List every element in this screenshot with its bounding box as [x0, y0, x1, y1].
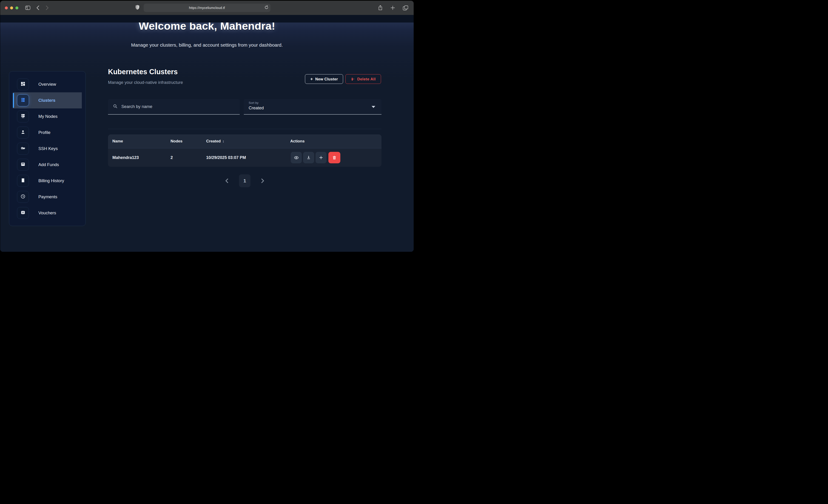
column-header-nodes: Nodes	[170, 139, 182, 143]
next-page-button[interactable]	[261, 178, 264, 183]
sidebar-toggle-icon[interactable]	[25, 6, 30, 10]
browser-toolbar: https://myceliumcloud.tf	[0, 1, 414, 15]
sidebar-item-label: Profile	[38, 130, 50, 135]
sort-arrows-icon: ↕	[222, 139, 224, 143]
sidebar-item-payments[interactable]: Payments	[13, 189, 82, 205]
plus-icon	[319, 155, 323, 160]
sidebar-item-label: SSH Keys	[38, 146, 58, 151]
welcome-heading: Welcome back, Mahendra!	[0, 23, 414, 32]
sidebar-item-vouchers[interactable]: Vouchers	[13, 205, 82, 221]
cluster-nodes-cell: 2	[170, 155, 173, 160]
search-input[interactable]	[121, 104, 223, 109]
column-header-actions: Actions	[290, 139, 304, 143]
search-box[interactable]	[108, 99, 240, 115]
active-accent-bar	[13, 93, 14, 108]
sort-selected-value: Created	[249, 106, 381, 111]
privacy-shield-icon[interactable]	[135, 5, 139, 11]
clusters-table: Name Nodes Created↕ Actions Mahendra123 …	[108, 134, 381, 167]
new-cluster-button[interactable]: + New Cluster	[305, 74, 343, 84]
column-header-name: Name	[112, 139, 123, 143]
column-header-created[interactable]: Created↕	[206, 139, 224, 143]
download-kubeconfig-button[interactable]	[303, 152, 314, 163]
welcome-subtitle: Manage your clusters, billing, and accou…	[0, 42, 414, 48]
dashboard-icon	[20, 81, 26, 87]
pagination: 1	[108, 174, 381, 187]
sidebar-item-overview[interactable]: Overview	[13, 76, 82, 92]
receipt-icon	[20, 178, 26, 184]
chevron-right-icon	[261, 178, 264, 183]
delete-all-button[interactable]: Delete All	[345, 74, 381, 84]
chevron-left-icon	[225, 178, 228, 183]
eye-icon	[294, 155, 299, 160]
share-icon[interactable]	[378, 5, 383, 10]
sidebar-item-profile[interactable]: Profile	[13, 125, 82, 140]
sidebar-item-label: Billing History	[38, 178, 64, 183]
cluster-name-cell: Mahendra123	[112, 155, 139, 160]
ticket-icon	[20, 210, 26, 216]
back-button[interactable]	[36, 5, 39, 10]
sidebar-item-clusters[interactable]: Clusters	[13, 92, 82, 109]
sidebar-item-label: My Nodes	[38, 114, 57, 119]
sidebar-item-label: Clusters	[38, 98, 55, 103]
plus-icon: +	[310, 77, 313, 82]
delete-cluster-button[interactable]	[328, 152, 340, 163]
download-icon	[306, 155, 311, 160]
page-number-button[interactable]: 1	[239, 174, 250, 187]
search-icon	[113, 104, 118, 110]
trash-sweep-icon	[351, 77, 355, 81]
address-bar[interactable]: https://myceliumcloud.tf	[143, 4, 271, 12]
url-text: https://myceliumcloud.tf	[189, 6, 225, 10]
dashboard-sidebar: Overview Clusters	[9, 71, 86, 226]
browser-window: https://myceliumcloud.tf	[0, 1, 414, 252]
table-header-row: Name Nodes Created↕ Actions	[108, 134, 381, 149]
key-icon	[20, 145, 26, 152]
sort-dropdown[interactable]: Sort by Created	[244, 99, 381, 115]
clock-icon	[20, 194, 26, 200]
sidebar-item-label: Add Funds	[38, 162, 59, 167]
trash-icon	[332, 155, 337, 160]
reload-icon[interactable]	[264, 5, 268, 10]
top-gap	[0, 15, 414, 23]
wallet-icon	[20, 162, 26, 168]
sidebar-item-billing-history[interactable]: Billing History	[13, 173, 82, 189]
dropdown-arrow-icon	[372, 106, 375, 108]
servers-icon	[20, 97, 26, 103]
sidebar-item-label: Overview	[38, 82, 56, 87]
zoom-window-button[interactable]	[15, 6, 18, 9]
add-node-button[interactable]	[316, 152, 327, 163]
page-content: Welcome back, Mahendra! Manage your clus…	[0, 15, 414, 252]
sidebar-item-ssh-keys[interactable]: SSH Keys	[13, 140, 82, 157]
tab-overview-icon[interactable]	[403, 5, 408, 10]
nodes-icon	[20, 114, 26, 120]
minimize-window-button[interactable]	[10, 6, 13, 9]
window-controls	[5, 6, 18, 9]
person-icon	[20, 130, 26, 135]
sidebar-item-my-nodes[interactable]: My Nodes	[13, 109, 82, 125]
sort-by-label: Sort by	[249, 101, 381, 104]
sidebar-item-label: Vouchers	[38, 210, 56, 215]
forward-button[interactable]	[46, 5, 49, 10]
page-title: Kubernetes Clusters	[108, 68, 178, 76]
page-subtitle: Manage your cloud-native infrastructure	[108, 80, 183, 85]
table-row: Mahendra123 2 10/29/2025 03:07 PM	[108, 149, 381, 167]
previous-page-button[interactable]	[225, 178, 228, 183]
close-window-button[interactable]	[5, 6, 8, 9]
cluster-created-cell: 10/29/2025 03:07 PM	[206, 155, 246, 160]
new-tab-icon[interactable]	[390, 5, 395, 10]
sidebar-item-add-funds[interactable]: Add Funds	[13, 157, 82, 173]
sidebar-item-label: Payments	[38, 194, 57, 199]
view-cluster-button[interactable]	[291, 152, 302, 163]
